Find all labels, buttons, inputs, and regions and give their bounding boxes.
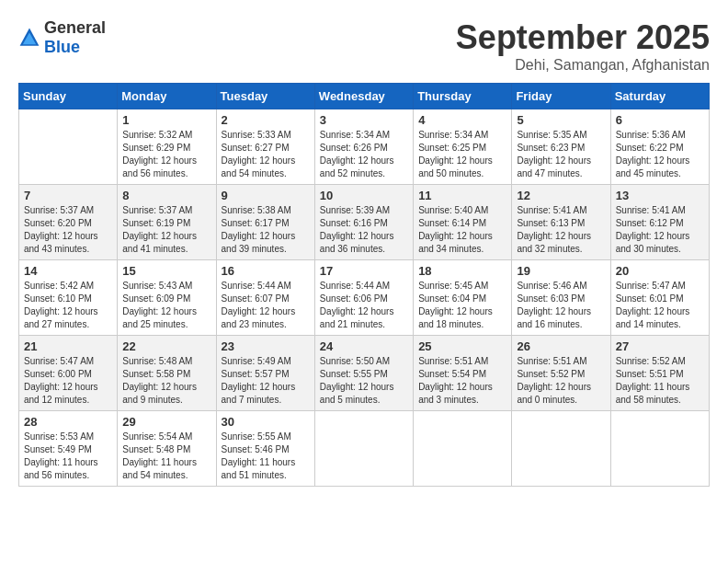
calendar-header-monday: Monday bbox=[118, 84, 216, 109]
calendar-cell-4-7: 27Sunrise: 5:52 AMSunset: 5:51 PMDayligh… bbox=[610, 336, 709, 411]
day-info: Sunrise: 5:34 AMSunset: 6:26 PMDaylight:… bbox=[320, 129, 408, 180]
day-number: 26 bbox=[517, 339, 605, 353]
day-info: Sunrise: 5:47 AMSunset: 6:00 PMDaylight:… bbox=[24, 355, 112, 407]
calendar-cell-3-4: 17Sunrise: 5:44 AMSunset: 6:06 PMDayligh… bbox=[314, 260, 413, 336]
calendar-header-saturday: Saturday bbox=[610, 84, 709, 109]
calendar-cell-3-2: 15Sunrise: 5:43 AMSunset: 6:09 PMDayligh… bbox=[118, 260, 216, 336]
calendar-cell-2-4: 10Sunrise: 5:39 AMSunset: 6:16 PMDayligh… bbox=[314, 185, 413, 260]
day-info: Sunrise: 5:36 AMSunset: 6:22 PMDaylight:… bbox=[616, 129, 704, 180]
calendar-cell-5-3: 30Sunrise: 5:55 AMSunset: 5:46 PMDayligh… bbox=[216, 411, 314, 487]
calendar-cell-5-7 bbox=[610, 411, 709, 487]
day-info: Sunrise: 5:50 AMSunset: 5:55 PMDaylight:… bbox=[320, 355, 408, 407]
calendar-cell-1-5: 4Sunrise: 5:34 AMSunset: 6:25 PMDaylight… bbox=[414, 109, 512, 185]
calendar-week-row-2: 7Sunrise: 5:37 AMSunset: 6:20 PMDaylight… bbox=[19, 185, 710, 260]
day-info: Sunrise: 5:37 AMSunset: 6:19 PMDaylight:… bbox=[122, 204, 210, 256]
day-number: 2 bbox=[222, 113, 310, 127]
day-info: Sunrise: 5:42 AMSunset: 6:10 PMDaylight:… bbox=[24, 280, 112, 331]
day-number: 16 bbox=[222, 264, 310, 278]
calendar-cell-1-7: 6Sunrise: 5:36 AMSunset: 6:22 PMDaylight… bbox=[610, 109, 709, 185]
day-number: 12 bbox=[517, 189, 605, 202]
calendar-week-row-5: 28Sunrise: 5:53 AMSunset: 5:49 PMDayligh… bbox=[19, 411, 710, 487]
calendar-header-tuesday: Tuesday bbox=[216, 84, 314, 109]
day-number: 23 bbox=[222, 339, 310, 353]
day-number: 24 bbox=[320, 339, 408, 353]
day-number: 6 bbox=[616, 113, 704, 127]
calendar-cell-4-4: 24Sunrise: 5:50 AMSunset: 5:55 PMDayligh… bbox=[314, 336, 413, 411]
day-info: Sunrise: 5:41 AMSunset: 6:13 PMDaylight:… bbox=[517, 204, 605, 256]
calendar-cell-5-6 bbox=[512, 411, 610, 487]
calendar-cell-2-1: 7Sunrise: 5:37 AMSunset: 6:20 PMDaylight… bbox=[19, 185, 118, 260]
calendar-cell-2-3: 9Sunrise: 5:38 AMSunset: 6:17 PMDaylight… bbox=[216, 185, 314, 260]
day-number: 14 bbox=[24, 264, 112, 278]
calendar-cell-2-2: 8Sunrise: 5:37 AMSunset: 6:19 PMDaylight… bbox=[118, 185, 216, 260]
day-number: 22 bbox=[122, 339, 210, 353]
calendar-header-friday: Friday bbox=[512, 84, 610, 109]
day-info: Sunrise: 5:43 AMSunset: 6:09 PMDaylight:… bbox=[122, 280, 210, 331]
day-number: 21 bbox=[24, 339, 112, 353]
day-info: Sunrise: 5:53 AMSunset: 5:49 PMDaylight:… bbox=[24, 431, 112, 482]
day-number: 9 bbox=[222, 189, 310, 202]
day-number: 8 bbox=[122, 189, 210, 202]
day-info: Sunrise: 5:46 AMSunset: 6:03 PMDaylight:… bbox=[517, 280, 605, 331]
location-title: Dehi, Samangan, Afghanistan bbox=[456, 57, 710, 74]
day-info: Sunrise: 5:37 AMSunset: 6:20 PMDaylight:… bbox=[24, 204, 112, 256]
day-info: Sunrise: 5:51 AMSunset: 5:52 PMDaylight:… bbox=[517, 355, 605, 407]
calendar-table: SundayMondayTuesdayWednesdayThursdayFrid… bbox=[18, 83, 710, 487]
day-info: Sunrise: 5:32 AMSunset: 6:29 PMDaylight:… bbox=[122, 129, 210, 180]
day-info: Sunrise: 5:38 AMSunset: 6:17 PMDaylight:… bbox=[222, 204, 310, 256]
day-number: 1 bbox=[122, 113, 210, 127]
day-number: 5 bbox=[517, 113, 605, 127]
day-info: Sunrise: 5:55 AMSunset: 5:46 PMDaylight:… bbox=[222, 431, 310, 482]
header: General Blue September 2025 Dehi, Samang… bbox=[18, 18, 710, 74]
day-info: Sunrise: 5:47 AMSunset: 6:01 PMDaylight:… bbox=[616, 280, 704, 331]
logo: General Blue bbox=[18, 18, 106, 57]
calendar-cell-1-1 bbox=[19, 109, 118, 185]
calendar-header-wednesday: Wednesday bbox=[314, 84, 413, 109]
day-number: 25 bbox=[418, 339, 506, 353]
logo-icon bbox=[18, 27, 40, 49]
day-info: Sunrise: 5:54 AMSunset: 5:48 PMDaylight:… bbox=[122, 431, 210, 482]
day-number: 19 bbox=[517, 264, 605, 278]
day-info: Sunrise: 5:35 AMSunset: 6:23 PMDaylight:… bbox=[517, 129, 605, 180]
day-number: 27 bbox=[616, 339, 704, 353]
calendar-cell-4-6: 26Sunrise: 5:51 AMSunset: 5:52 PMDayligh… bbox=[512, 336, 610, 411]
calendar-week-row-1: 1Sunrise: 5:32 AMSunset: 6:29 PMDaylight… bbox=[19, 109, 710, 185]
calendar-cell-3-3: 16Sunrise: 5:44 AMSunset: 6:07 PMDayligh… bbox=[216, 260, 314, 336]
calendar-cell-5-5 bbox=[414, 411, 512, 487]
day-number: 20 bbox=[616, 264, 704, 278]
calendar-week-row-4: 21Sunrise: 5:47 AMSunset: 6:00 PMDayligh… bbox=[19, 336, 710, 411]
calendar-cell-2-6: 12Sunrise: 5:41 AMSunset: 6:13 PMDayligh… bbox=[512, 185, 610, 260]
calendar-cell-3-5: 18Sunrise: 5:45 AMSunset: 6:04 PMDayligh… bbox=[414, 260, 512, 336]
day-info: Sunrise: 5:51 AMSunset: 5:54 PMDaylight:… bbox=[418, 355, 506, 407]
calendar-header-sunday: Sunday bbox=[19, 84, 118, 109]
day-info: Sunrise: 5:34 AMSunset: 6:25 PMDaylight:… bbox=[418, 129, 506, 180]
day-number: 10 bbox=[320, 189, 408, 202]
calendar-week-row-3: 14Sunrise: 5:42 AMSunset: 6:10 PMDayligh… bbox=[19, 260, 710, 336]
calendar-cell-4-1: 21Sunrise: 5:47 AMSunset: 6:00 PMDayligh… bbox=[19, 336, 118, 411]
calendar-cell-2-5: 11Sunrise: 5:40 AMSunset: 6:14 PMDayligh… bbox=[414, 185, 512, 260]
calendar-cell-3-1: 14Sunrise: 5:42 AMSunset: 6:10 PMDayligh… bbox=[19, 260, 118, 336]
calendar-header-thursday: Thursday bbox=[414, 84, 512, 109]
calendar-cell-1-3: 2Sunrise: 5:33 AMSunset: 6:27 PMDaylight… bbox=[216, 109, 314, 185]
day-number: 18 bbox=[418, 264, 506, 278]
title-area: September 2025 Dehi, Samangan, Afghanist… bbox=[456, 18, 710, 74]
calendar-cell-4-3: 23Sunrise: 5:49 AMSunset: 5:57 PMDayligh… bbox=[216, 336, 314, 411]
day-info: Sunrise: 5:39 AMSunset: 6:16 PMDaylight:… bbox=[320, 204, 408, 256]
day-number: 4 bbox=[418, 113, 506, 127]
day-info: Sunrise: 5:44 AMSunset: 6:07 PMDaylight:… bbox=[222, 280, 310, 331]
day-number: 30 bbox=[222, 415, 310, 429]
logo-general-text: General bbox=[44, 18, 106, 37]
calendar-cell-5-4 bbox=[314, 411, 413, 487]
logo-blue-text: Blue bbox=[44, 38, 80, 56]
calendar-cell-1-6: 5Sunrise: 5:35 AMSunset: 6:23 PMDaylight… bbox=[512, 109, 610, 185]
calendar-header-row: SundayMondayTuesdayWednesdayThursdayFrid… bbox=[19, 84, 710, 109]
calendar-cell-3-6: 19Sunrise: 5:46 AMSunset: 6:03 PMDayligh… bbox=[512, 260, 610, 336]
calendar-cell-4-2: 22Sunrise: 5:48 AMSunset: 5:58 PMDayligh… bbox=[118, 336, 216, 411]
day-number: 3 bbox=[320, 113, 408, 127]
day-info: Sunrise: 5:52 AMSunset: 5:51 PMDaylight:… bbox=[616, 355, 704, 407]
day-info: Sunrise: 5:45 AMSunset: 6:04 PMDaylight:… bbox=[418, 280, 506, 331]
day-number: 29 bbox=[122, 415, 210, 429]
calendar-cell-1-4: 3Sunrise: 5:34 AMSunset: 6:26 PMDaylight… bbox=[314, 109, 413, 185]
calendar-cell-2-7: 13Sunrise: 5:41 AMSunset: 6:12 PMDayligh… bbox=[610, 185, 709, 260]
calendar-cell-4-5: 25Sunrise: 5:51 AMSunset: 5:54 PMDayligh… bbox=[414, 336, 512, 411]
